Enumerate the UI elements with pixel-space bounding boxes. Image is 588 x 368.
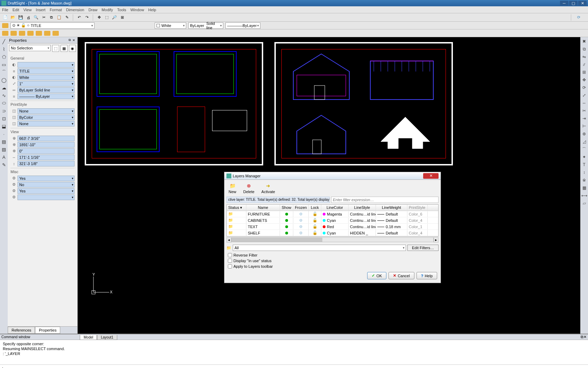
col-linestyle[interactable]: LineStyle	[349, 205, 376, 211]
minimize-button[interactable]: ─	[560, 1, 568, 6]
col-linecolor[interactable]: LineColor	[321, 205, 349, 211]
ellipse-icon[interactable]: ⬭	[1, 100, 7, 106]
linecolor-combo[interactable]: White	[155, 22, 186, 29]
dock-cmd-icon[interactable]: ⧉	[581, 335, 583, 339]
prop-scale[interactable]: 1"	[18, 81, 75, 87]
maximize-button[interactable]: ▢	[569, 1, 578, 6]
layer-row[interactable]: 📁CABINETS⊝🔓CyanContinu…id lineDefaultCol…	[227, 217, 438, 224]
chamfer-icon[interactable]: ◿	[581, 139, 587, 144]
prop-layer[interactable]: TITLE	[18, 68, 75, 74]
fillet-icon[interactable]: ⌒	[581, 146, 587, 152]
copy-icon[interactable]: ⧉	[48, 14, 55, 21]
prop-lineweight[interactable]: ———— ByLayer	[18, 94, 75, 99]
prop-color[interactable]	[18, 62, 75, 68]
col-status[interactable]: Status ▾	[227, 205, 246, 211]
menu-draw[interactable]: Draw	[89, 8, 98, 12]
circle-icon[interactable]: ◯	[1, 77, 7, 83]
extend-icon[interactable]: ⇥	[581, 116, 587, 121]
layer-state-icon[interactable]	[2, 31, 8, 36]
prop-view-w[interactable]: 171'-1 1/16"	[18, 155, 75, 160]
linepattern-combo[interactable]: ByLayer Solid line	[188, 22, 223, 29]
undo-icon[interactable]: ↶	[76, 14, 82, 21]
toggle-pickadd-icon[interactable]: ◉	[69, 45, 76, 52]
trim-icon[interactable]: ✂	[581, 108, 587, 114]
cut-icon[interactable]: ✂	[41, 14, 47, 21]
layer-row[interactable]: 📁TEXT⊝🔓RedContinu…id line0.18 mmColor_1	[227, 224, 438, 230]
offset-icon[interactable]: ⫽	[581, 62, 587, 67]
layer-row[interactable]: 📁FURNITURE⊝🔓MagentaContinu…id lineDefaul…	[227, 211, 438, 217]
explode-icon[interactable]: ✦	[581, 154, 587, 160]
lineweight-combo[interactable]: ———— ByLayer	[225, 22, 260, 29]
move-icon[interactable]: ✥	[581, 77, 587, 83]
viewport-plans[interactable]	[85, 42, 263, 165]
filter-input[interactable]	[331, 197, 439, 203]
note-icon[interactable]: ✎	[1, 162, 7, 168]
preview-icon[interactable]: 🔍	[33, 14, 39, 21]
open-icon[interactable]: 📂	[10, 14, 16, 21]
hatch-icon[interactable]: ▨	[1, 139, 7, 144]
menu-edit[interactable]: Edit	[13, 8, 19, 12]
prop-view-x[interactable]: 663'-7 3/16"	[18, 136, 75, 141]
layer-manager-icon[interactable]	[2, 23, 8, 28]
menu-format[interactable]: Format	[50, 8, 62, 12]
scale-icon[interactable]: ⤢	[581, 93, 587, 98]
rotate-icon[interactable]: ⟳	[581, 85, 587, 90]
copy-entity-icon[interactable]: ⧉	[581, 46, 587, 52]
zoom-window-icon[interactable]: ⬚	[104, 14, 110, 21]
zoom-icon[interactable]: 🔎	[111, 14, 118, 21]
close-cmd-icon[interactable]: ✕	[583, 335, 587, 339]
col-show[interactable]: Show	[280, 205, 293, 211]
arc-icon[interactable]: ⌒	[1, 69, 7, 75]
point-icon[interactable]: ∙	[1, 131, 7, 137]
menu-help[interactable]: Help	[148, 8, 156, 12]
table-icon[interactable]: ▦	[581, 185, 587, 191]
prop-ps2[interactable]: ByColor	[18, 115, 75, 120]
filter-combo[interactable]: All	[233, 245, 406, 251]
menu-file[interactable]: File	[2, 8, 8, 12]
mirror-icon[interactable]: ⇋	[581, 54, 587, 60]
select-icon[interactable]: ▦	[61, 45, 68, 52]
command-input[interactable]: :	[0, 364, 588, 368]
col-lineweight[interactable]: LineWeight	[376, 205, 407, 211]
polygon-icon[interactable]: ⬠	[1, 54, 7, 60]
paste-icon[interactable]: 📋	[56, 14, 62, 21]
delete-layer-button[interactable]: ⊗ Delete	[243, 183, 254, 194]
polyline-icon[interactable]: ⌇	[1, 46, 7, 52]
tab-model[interactable]: Model	[80, 335, 97, 340]
text-style-icon[interactable]: T	[581, 162, 587, 168]
close-button[interactable]: ✕	[578, 1, 587, 6]
tab-references[interactable]: References	[8, 327, 35, 334]
col-name[interactable]: Name	[246, 205, 280, 211]
apply-toolbar-checkbox[interactable]	[228, 264, 232, 268]
prop-linestyle[interactable]: ByLayer Solid line	[18, 87, 75, 93]
distance-icon[interactable]: ⟷	[581, 193, 587, 198]
quick-select-icon[interactable]: ⬚	[52, 45, 59, 52]
menu-insert[interactable]: Insert	[36, 8, 46, 12]
ok-button[interactable]: ✓OK	[367, 272, 386, 279]
help-button[interactable]: ?Help	[416, 272, 437, 279]
col-lock[interactable]: Lock	[309, 205, 321, 211]
pan-icon[interactable]: ✥	[96, 14, 102, 21]
dialog-close-icon[interactable]: ✕	[423, 173, 439, 179]
save-icon[interactable]: 💾	[18, 14, 24, 21]
layer-state-icon[interactable]	[36, 31, 42, 36]
layer-state-icon[interactable]	[52, 31, 59, 36]
edit-filters-button[interactable]: Edit Filters…	[407, 245, 439, 251]
prop-view-y[interactable]: 1891'-10"	[18, 142, 75, 148]
zoom-extents-icon[interactable]: ⊞	[119, 14, 125, 21]
prop-linecolor[interactable]: White	[18, 75, 75, 80]
menu-tools[interactable]: Tools	[117, 8, 126, 12]
prop-ps3[interactable]: None	[18, 121, 75, 127]
tab-properties[interactable]: Properties	[35, 327, 60, 334]
pattern-icon[interactable]: ⊞	[581, 69, 587, 75]
layer-row[interactable]: 📁SHELF⊝🔓CyanHIDDEN _DefaultColor_4	[227, 230, 438, 236]
split-icon[interactable]: ⊢	[581, 123, 587, 129]
line-icon[interactable]: ╱	[1, 39, 7, 44]
tolerance-icon[interactable]: ※	[581, 177, 587, 183]
menu-window[interactable]: Window	[130, 8, 144, 12]
active-layer-combo[interactable]: ⊙ ☀ 🔓 ○TITLE	[10, 22, 94, 29]
region-icon[interactable]: ▧	[1, 146, 7, 152]
insert-block-icon[interactable]: ⊡	[1, 116, 7, 121]
prop-misc4[interactable]	[18, 195, 75, 200]
redo-icon[interactable]: ↷	[84, 14, 90, 21]
